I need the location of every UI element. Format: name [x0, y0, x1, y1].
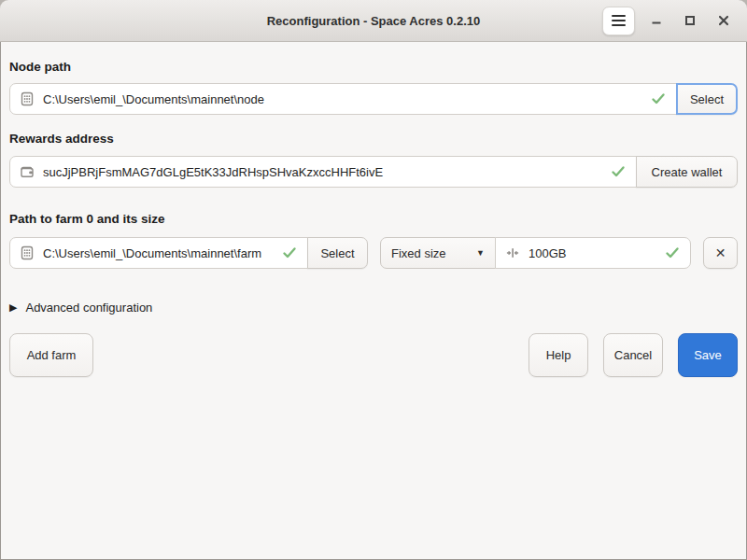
- maximize-icon: [683, 13, 698, 28]
- maximize-button[interactable]: [678, 8, 702, 33]
- farm-size-mode-dropdown[interactable]: Fixed size ▼: [380, 237, 496, 269]
- add-farm-button[interactable]: Add farm: [9, 333, 93, 377]
- advanced-configuration-expander[interactable]: ▶ Advanced configuration: [9, 301, 738, 315]
- farm-path-input[interactable]: [43, 246, 273, 260]
- rewards-address-label: Rewards address: [9, 132, 738, 146]
- wallet-icon: [20, 164, 35, 179]
- resize-horizontal-icon: [505, 245, 520, 260]
- ssd-icon: [20, 91, 35, 106]
- farm-0-label: Path to farm 0 and its size: [9, 212, 738, 226]
- chevron-down-icon: ▼: [476, 248, 485, 258]
- check-icon: [664, 245, 681, 261]
- check-icon: [650, 91, 667, 107]
- footer-actions: Add farm Help Cancel Save: [9, 333, 738, 377]
- advanced-configuration-label: Advanced configuration: [25, 301, 152, 315]
- node-path-label: Node path: [9, 60, 738, 74]
- reconfiguration-form: Node path: [0, 42, 747, 560]
- rewards-address-entry: [9, 156, 637, 188]
- node-path-select-button[interactable]: Select: [676, 83, 738, 115]
- create-wallet-button[interactable]: Create wallet: [636, 156, 738, 188]
- ssd-icon: [20, 245, 35, 260]
- check-icon: [281, 245, 298, 261]
- farm-size-mode-value: Fixed size: [391, 246, 446, 260]
- app-window: Reconfiguration - Space Acres 0.2.10: [0, 0, 747, 560]
- check-icon: [610, 163, 627, 180]
- farm-0-row: Select Fixed size ▼: [9, 237, 738, 269]
- titlebar-controls: [602, 7, 747, 35]
- farm-size-entry: [495, 237, 691, 269]
- remove-farm-button[interactable]: ✕: [703, 237, 738, 269]
- menu-button[interactable]: [602, 7, 635, 35]
- minimize-icon: [649, 13, 664, 28]
- node-path-entry: [9, 83, 677, 115]
- cancel-button[interactable]: Cancel: [603, 333, 663, 377]
- close-button[interactable]: [712, 8, 736, 33]
- farm-path-entry: [9, 237, 308, 269]
- x-icon: ✕: [715, 245, 726, 260]
- titlebar: Reconfiguration - Space Acres 0.2.10: [0, 0, 747, 42]
- farm-size-input[interactable]: [529, 246, 655, 260]
- rewards-address-input[interactable]: [43, 165, 601, 179]
- rewards-address-row: Create wallet: [9, 156, 738, 188]
- expander-arrow-icon: ▶: [9, 301, 17, 314]
- node-path-row: Select: [9, 83, 738, 115]
- minimize-button[interactable]: [644, 8, 669, 33]
- help-button[interactable]: Help: [529, 333, 588, 377]
- farm-path-select-button[interactable]: Select: [307, 237, 368, 269]
- node-path-input[interactable]: [43, 92, 641, 106]
- close-icon: [716, 13, 731, 28]
- save-button[interactable]: Save: [678, 333, 738, 377]
